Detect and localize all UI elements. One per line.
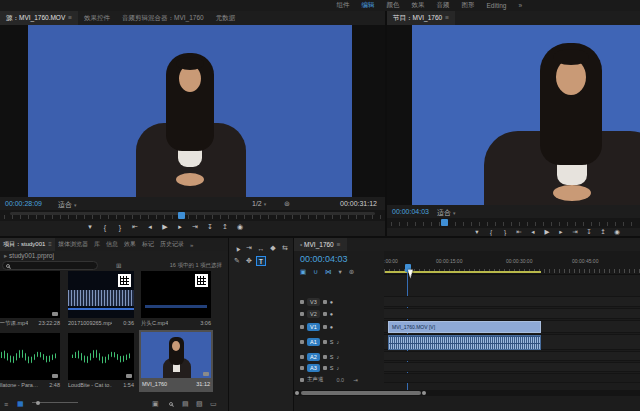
tab-audio-clip-mixer[interactable]: 音频剪辑混合器：MVI_1760 <box>116 14 210 23</box>
track-header-v1[interactable]: V1 ● <box>294 320 384 333</box>
lock-icon[interactable] <box>300 355 304 359</box>
solo-button[interactable]: S <box>330 354 334 360</box>
tab-history[interactable]: 历史记录 <box>157 240 187 249</box>
track-badge[interactable]: V3 <box>307 298 320 306</box>
nest-sequence-icon[interactable]: ▣ <box>300 268 306 276</box>
mark-in-button[interactable]: { <box>487 229 495 236</box>
timeline-scrollbar[interactable] <box>294 390 640 396</box>
play-button[interactable]: ▶ <box>543 228 551 236</box>
settings-wrench-icon[interactable]: ⊛ <box>284 200 290 208</box>
mic-icon[interactable]: ♪ <box>336 339 339 345</box>
tab-source[interactable]: 源：MVI_1760.MOV≡ <box>0 11 78 25</box>
track-lane-a3[interactable] <box>384 362 640 372</box>
add-marker-button[interactable]: ▾ <box>86 223 94 231</box>
project-item-label[interactable]: MVI_1760 31:12 <box>142 381 210 387</box>
video-clip[interactable]: MVI_1760.MOV [V] <box>388 321 541 333</box>
project-item-thumbnail[interactable] <box>0 333 60 380</box>
mark-in-button[interactable]: { <box>101 224 109 231</box>
add-marker-icon[interactable]: ▾ <box>338 268 341 276</box>
new-item-button[interactable]: ▧ <box>196 400 203 408</box>
go-to-in-button[interactable]: ⇤ <box>131 223 139 231</box>
mute-icon[interactable] <box>323 366 327 370</box>
icon-view-button[interactable]: ▦ <box>17 400 24 408</box>
list-view-button[interactable]: ≡ <box>4 401 8 408</box>
track-header-a3[interactable]: A3 S ♪ <box>294 362 384 373</box>
scrollbar-thumb[interactable] <box>301 391 421 395</box>
tab-metadata[interactable]: 元数据 <box>210 14 242 23</box>
track-lane-a2[interactable] <box>384 351 640 361</box>
project-item-label[interactable]: Lullatone - Para… 2:48 <box>0 382 60 388</box>
panel-menu-icon[interactable]: ≡ <box>48 241 52 247</box>
source-resolution-select[interactable]: 1/2 ▾ <box>252 200 266 207</box>
project-item-label[interactable]: 片头C.mp4 3:06 <box>141 320 211 327</box>
track-target-icon[interactable] <box>323 312 327 316</box>
slider-knob[interactable] <box>36 401 40 405</box>
project-item-thumbnail[interactable] <box>141 271 211 318</box>
solo-button[interactable]: S <box>330 365 334 371</box>
track-header-a2[interactable]: A2 S ♪ <box>294 351 384 362</box>
scrollbar-knob[interactable] <box>295 391 299 395</box>
panel-menu-icon[interactable]: ≡ <box>337 241 341 248</box>
workspace-item[interactable]: 效果 <box>412 1 425 10</box>
source-playhead[interactable] <box>178 212 185 219</box>
snap-icon[interactable]: ∪ <box>313 268 318 276</box>
program-playhead[interactable] <box>441 219 448 226</box>
type-tool[interactable]: T <box>256 256 266 266</box>
track-output-icon[interactable]: ● <box>330 324 333 330</box>
mute-icon[interactable] <box>323 340 327 344</box>
linked-selection-icon[interactable]: ⋈ <box>325 268 332 276</box>
workspace-item-active[interactable]: 编辑 <box>362 1 375 10</box>
audio-clip[interactable] <box>388 335 541 350</box>
track-lane-v2[interactable] <box>384 308 640 319</box>
mute-icon[interactable] <box>323 355 327 359</box>
tab-libraries[interactable]: 库 <box>91 240 103 249</box>
pen-tool[interactable]: ✎ <box>232 256 242 266</box>
program-current-timecode[interactable]: 00:00:04:03 <box>392 208 429 215</box>
master-level-value[interactable]: 0.0 <box>337 377 345 383</box>
track-output-icon[interactable]: ● <box>330 311 333 317</box>
source-current-timecode[interactable]: 00:00:28:09 <box>5 200 42 207</box>
panel-menu-icon[interactable]: ≡ <box>68 14 72 21</box>
workspace-item[interactable]: 颜色 <box>387 1 400 10</box>
track-target-icon[interactable] <box>323 325 327 329</box>
track-header-v2[interactable]: V2 ● <box>294 308 384 319</box>
mark-out-button[interactable]: } <box>501 229 509 236</box>
search-input[interactable] <box>2 261 98 270</box>
tab-media-browser[interactable]: 媒体浏览器 <box>55 240 91 249</box>
delete-button[interactable]: ▭ <box>210 400 217 408</box>
scrollbar-knob[interactable] <box>422 391 426 395</box>
workspace-item[interactable]: 图形 <box>462 1 475 10</box>
lift-button[interactable]: ↧ <box>585 228 593 236</box>
source-zoom-select[interactable]: 适合 ▾ <box>58 200 76 210</box>
solo-button[interactable]: S <box>330 339 334 345</box>
tab-overflow-icon[interactable]: » <box>187 242 196 248</box>
automate-to-sequence-button[interactable]: ▣ <box>152 400 159 408</box>
step-back-button[interactable]: ◂ <box>529 228 537 236</box>
track-badge[interactable]: V2 <box>307 310 320 318</box>
grid-toggle-icon[interactable]: ⊞ <box>116 262 121 270</box>
step-back-button[interactable]: ◂ <box>146 223 154 231</box>
mark-out-button[interactable]: } <box>116 224 124 231</box>
program-zoom-select[interactable]: 适合 ▾ <box>437 208 455 218</box>
mic-icon[interactable]: ♪ <box>336 354 339 360</box>
lock-icon[interactable] <box>300 340 304 344</box>
track-select-tool[interactable]: ⇥ <box>244 243 254 253</box>
go-to-in-button[interactable]: ⇤ <box>515 228 523 236</box>
track-header-a1[interactable]: A1 S ♪ <box>294 334 384 350</box>
project-item-thumbnail[interactable] <box>68 333 134 380</box>
go-to-out-button[interactable]: ⇥ <box>191 223 199 231</box>
program-scrub-ruler[interactable] <box>387 218 640 228</box>
export-frame-button[interactable]: ◉ <box>236 223 244 231</box>
find-button[interactable] <box>169 402 173 406</box>
lock-icon[interactable] <box>300 366 304 370</box>
project-item-thumbnail[interactable] <box>0 271 60 318</box>
insert-button[interactable]: ↧ <box>206 223 214 231</box>
razor-tool[interactable]: ◆ <box>268 243 278 253</box>
lock-icon[interactable] <box>300 300 304 304</box>
breadcrumb[interactable]: ▸ study001.prproj <box>4 252 54 260</box>
overwrite-button[interactable]: ↥ <box>221 223 229 231</box>
project-item-selected[interactable]: MVI_1760 31:12 <box>139 330 213 392</box>
extract-button[interactable]: ↥ <box>599 228 607 236</box>
track-lane-v3[interactable] <box>384 296 640 307</box>
tab-effect-controls[interactable]: 效果控件 <box>78 14 116 23</box>
